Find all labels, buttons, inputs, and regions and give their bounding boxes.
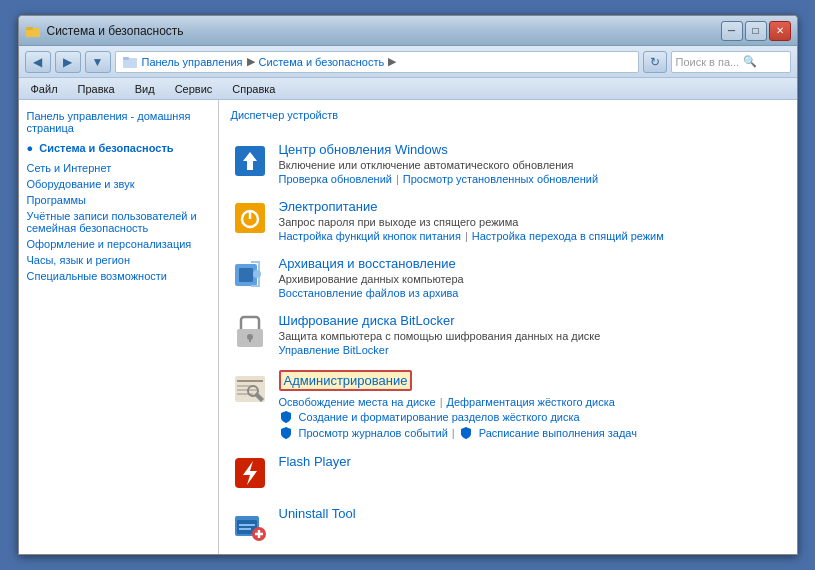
shield-icon-small3 (459, 426, 473, 440)
sidebar-link-home[interactable]: Панель управления - домашняя страница (27, 110, 191, 134)
bitlocker-icon (231, 313, 269, 351)
dispatcher-link[interactable]: Диспетчер устройств (231, 109, 339, 121)
backup-title[interactable]: Архивация и восстановление (279, 256, 785, 271)
refresh-button[interactable]: ↻ (643, 51, 667, 73)
dropdown-icon: ▼ (92, 55, 104, 69)
svg-rect-24 (239, 528, 251, 530)
close-button[interactable]: ✕ (769, 21, 791, 41)
forward-button[interactable]: ▶ (55, 51, 81, 73)
list-item-bitlocker: Шифрование диска BitLocker Защита компью… (231, 313, 785, 356)
title-bar-controls: ─ □ ✕ (721, 21, 791, 41)
windows-update-text: Центр обновления Windows Включение или о… (279, 142, 785, 185)
address-bar: ◀ ▶ ▼ Панель управления ▶ Система и безо… (19, 46, 797, 78)
power-links: Настройка функций кнопок питания | Настр… (279, 230, 785, 242)
search-box[interactable]: Поиск в па... 🔍 (671, 51, 791, 73)
link-sleep[interactable]: Настройка перехода в спящий режим (472, 230, 664, 242)
refresh-icon: ↻ (650, 55, 660, 69)
windows-update-title[interactable]: Центр обновления Windows (279, 142, 785, 157)
windows-update-desc: Включение или отключение автоматического… (279, 159, 785, 171)
sidebar-link-hardware[interactable]: Оборудование и звук (27, 178, 135, 190)
link-partitions[interactable]: Создание и форматирование разделов жёстк… (299, 411, 580, 423)
list-item-windows-update: Центр обновления Windows Включение или о… (231, 142, 785, 185)
link-defrag[interactable]: Дефрагментация жёсткого диска (446, 396, 614, 408)
sidebar-item-accessibility[interactable]: Специальные возможности (27, 270, 210, 282)
svg-rect-23 (239, 524, 255, 526)
svg-point-9 (253, 270, 261, 278)
sidebar: Панель управления - домашняя страница ● … (19, 100, 219, 554)
bitlocker-links: Управление BitLocker (279, 344, 785, 356)
link-task-scheduler[interactable]: Расписание выполнения задач (479, 427, 637, 439)
sidebar-bullet: ● (27, 142, 34, 154)
sidebar-item-system[interactable]: ● Система и безопасность (27, 142, 210, 154)
shield-icon-small2 (279, 426, 293, 440)
windows-update-links: Проверка обновлений | Просмотр установле… (279, 173, 785, 185)
menu-edit[interactable]: Правка (74, 81, 119, 97)
dropdown-button[interactable]: ▼ (85, 51, 111, 73)
sidebar-link-clock[interactable]: Часы, язык и регион (27, 254, 131, 266)
main-window: Система и безопасность ─ □ ✕ ◀ ▶ ▼ Панел… (18, 15, 798, 555)
menu-view[interactable]: Вид (131, 81, 159, 97)
sidebar-link-accessibility[interactable]: Специальные возможности (27, 270, 167, 282)
power-title[interactable]: Электропитание (279, 199, 785, 214)
uninstall-title[interactable]: Uninstall Tool (279, 506, 785, 521)
breadcrumb-part1[interactable]: Панель управления (142, 56, 243, 68)
sidebar-item-design[interactable]: Оформление и персонализация (27, 238, 210, 250)
breadcrumb[interactable]: Панель управления ▶ Система и безопаснос… (115, 51, 639, 73)
search-icon: 🔍 (743, 55, 757, 68)
breadcrumb-part2[interactable]: Система и безопасность (259, 56, 385, 68)
maximize-button[interactable]: □ (745, 21, 767, 41)
main-content: Панель управления - домашняя страница ● … (19, 100, 797, 554)
backup-icon (231, 256, 269, 294)
sidebar-link-accounts[interactable]: Учётные записи пользователей и семейная … (27, 210, 197, 234)
backup-text: Архивация и восстановление Архивирование… (279, 256, 785, 299)
svg-rect-15 (237, 380, 263, 382)
content-area: Диспетчер устройств Центр обновления Win… (219, 100, 797, 554)
top-partial-section: Диспетчер устройств (231, 108, 785, 132)
menu-help[interactable]: Справка (228, 81, 279, 97)
title-bar-left: Система и безопасность (25, 23, 184, 39)
back-button[interactable]: ◀ (25, 51, 51, 73)
link-view-updates[interactable]: Просмотр установленных обновлений (403, 173, 598, 185)
sep2: | (465, 230, 468, 242)
backup-links: Восстановление файлов из архива (279, 287, 785, 299)
menu-service[interactable]: Сервис (171, 81, 217, 97)
window-icon (25, 23, 41, 39)
list-item-uninstall: Uninstall Tool (231, 506, 785, 544)
svg-rect-13 (249, 337, 251, 342)
uninstall-icon (231, 506, 269, 544)
sidebar-item-hardware[interactable]: Оборудование и звук (27, 178, 210, 190)
svg-rect-17 (237, 389, 257, 391)
power-desc: Запрос пароля при выходе из спящего режи… (279, 216, 785, 228)
power-icon (231, 199, 269, 237)
power-text: Электропитание Запрос пароля при выходе … (279, 199, 785, 242)
sidebar-item-home[interactable]: Панель управления - домашняя страница (27, 110, 210, 134)
admin-text: Администрирование Освобождение места на … (279, 370, 785, 440)
windows-update-icon (231, 142, 269, 180)
sidebar-link-system[interactable]: Система и безопасность (39, 142, 173, 154)
admin-icon (231, 370, 269, 408)
svg-rect-8 (239, 268, 253, 282)
admin-title[interactable]: Администрирование (279, 370, 413, 391)
sidebar-link-programs[interactable]: Программы (27, 194, 86, 206)
bitlocker-title[interactable]: Шифрование диска BitLocker (279, 313, 785, 328)
link-restore-files[interactable]: Восстановление файлов из архива (279, 287, 459, 299)
backup-desc: Архивирование данных компьютера (279, 273, 785, 285)
sidebar-item-accounts[interactable]: Учётные записи пользователей и семейная … (27, 210, 210, 234)
link-manage-bitlocker[interactable]: Управление BitLocker (279, 344, 389, 356)
sidebar-link-network[interactable]: Сеть и Интернет (27, 162, 112, 174)
sidebar-link-design[interactable]: Оформление и персонализация (27, 238, 192, 250)
sidebar-item-clock[interactable]: Часы, язык и регион (27, 254, 210, 266)
minimize-button[interactable]: ─ (721, 21, 743, 41)
sidebar-item-network[interactable]: Сеть и Интернет (27, 162, 210, 174)
menu-file[interactable]: Файл (27, 81, 62, 97)
admin-links3: Просмотр журналов событий | Расписание в… (279, 426, 785, 440)
link-power-buttons[interactable]: Настройка функций кнопок питания (279, 230, 461, 242)
sidebar-item-programs[interactable]: Программы (27, 194, 210, 206)
link-event-log[interactable]: Просмотр журналов событий (299, 427, 448, 439)
list-item-flash: Flash Player (231, 454, 785, 492)
link-check-updates[interactable]: Проверка обновлений (279, 173, 392, 185)
flash-title[interactable]: Flash Player (279, 454, 785, 469)
sep3: | (440, 396, 443, 408)
link-free-disk[interactable]: Освобождение места на диске (279, 396, 436, 408)
title-bar: Система и безопасность ─ □ ✕ (19, 16, 797, 46)
